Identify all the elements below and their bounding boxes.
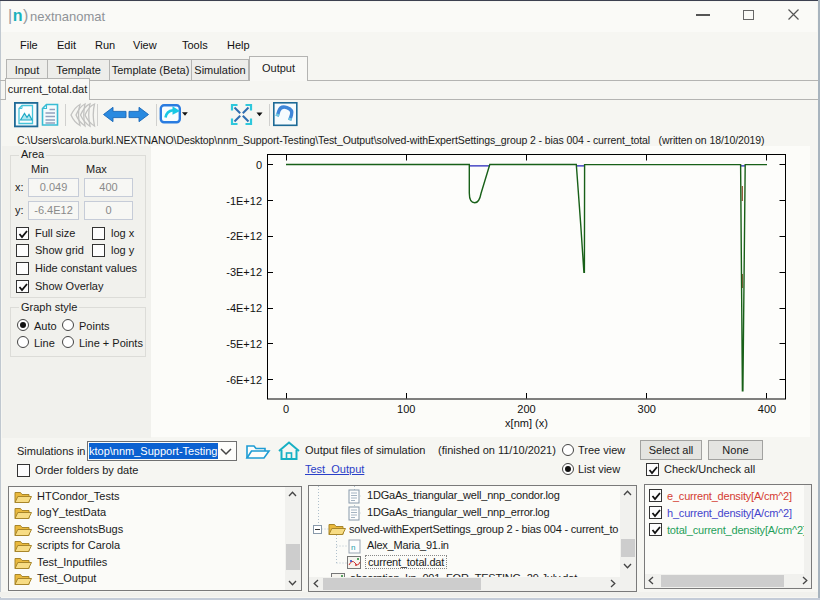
svg-text:-3E+12: -3E+12: [226, 266, 262, 278]
svg-text:300: 300: [638, 403, 656, 415]
svg-text:0: 0: [283, 403, 289, 415]
svg-text:-6E+12: -6E+12: [226, 374, 262, 386]
svg-text:200: 200: [517, 403, 535, 415]
svg-text:0: 0: [256, 159, 262, 171]
svg-text:-1E+12: -1E+12: [226, 195, 262, 207]
svg-text:100: 100: [397, 403, 415, 415]
svg-text:-2E+12: -2E+12: [226, 230, 262, 242]
svg-text:-4E+12: -4E+12: [226, 302, 262, 314]
svg-text:400: 400: [758, 403, 776, 415]
svg-text:x[nm] (x): x[nm] (x): [505, 417, 548, 429]
svg-text:-5E+12: -5E+12: [226, 338, 262, 350]
